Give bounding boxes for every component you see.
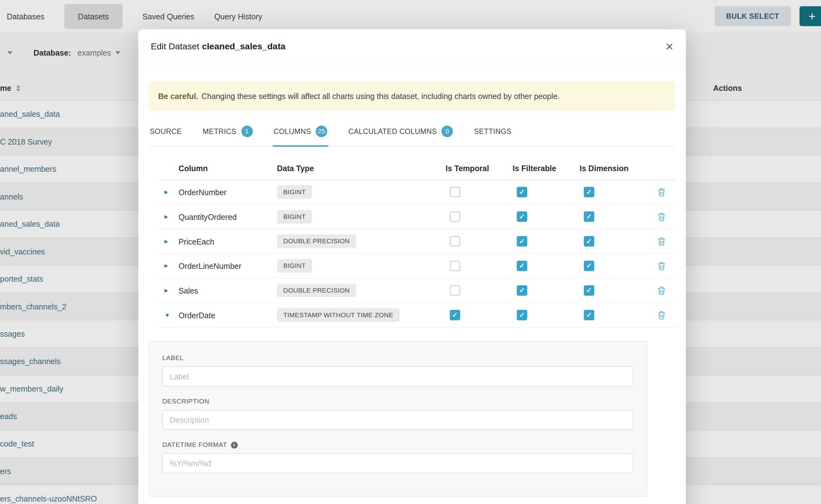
delete-column-button[interactable] [658, 286, 665, 295]
is-temporal-checkbox[interactable] [450, 310, 461, 320]
close-icon: × [665, 39, 673, 54]
trash-icon [658, 286, 665, 295]
data-type-pill: TIMESTAMP WITHOUT TIME ZONE [277, 308, 399, 322]
is-filterable-header: Is Filterable [513, 164, 580, 173]
is-filterable-checkbox[interactable] [517, 187, 527, 197]
tab-label: METRICS [203, 127, 236, 136]
tab-settings[interactable]: SETTINGS [473, 117, 513, 146]
columns-table-header: Column Data Type Is Temporal Is Filterab… [158, 157, 676, 180]
column-name: OrderDate [179, 311, 277, 319]
data-type-pill: DOUBLE PRECISION [277, 284, 356, 297]
expand-caret-icon[interactable] [158, 239, 178, 244]
is-filterable-checkbox[interactable] [517, 211, 527, 222]
warning-bold-text: Be careful. [158, 91, 198, 100]
warning-banner: Be careful. Changing these settings will… [149, 81, 675, 111]
column-row: OrderNumber BIGINT [158, 180, 676, 205]
expand-caret-icon[interactable] [158, 190, 178, 195]
description-field-label: DESCRIPTION [162, 398, 634, 405]
is-temporal-checkbox[interactable] [450, 211, 461, 222]
app-root: Databases Datasets Saved Queries Query H… [0, 0, 821, 504]
info-icon[interactable] [230, 442, 237, 448]
tab-label: SOURCE [150, 127, 181, 136]
column-detail-panel: LABEL DESCRIPTION DATETIME FORMAT [149, 341, 647, 497]
column-name: OrderNumber [179, 188, 277, 196]
is-temporal-checkbox[interactable] [450, 261, 461, 271]
column-row: Sales DOUBLE PRECISION [158, 279, 676, 303]
is-dimension-checkbox[interactable] [584, 211, 595, 222]
modal-body: Be careful. Changing these settings will… [138, 81, 686, 497]
trash-icon [658, 212, 665, 221]
is-filterable-checkbox[interactable] [517, 261, 527, 271]
is-dimension-checkbox[interactable] [584, 285, 595, 296]
label-input[interactable] [162, 366, 634, 386]
description-field: DESCRIPTION [162, 398, 634, 430]
datetime-format-input[interactable] [162, 453, 634, 473]
expand-caret-icon[interactable] [158, 288, 178, 293]
column-row: OrderDate TIMESTAMP WITHOUT TIME ZONE [158, 303, 676, 328]
delete-column-button[interactable] [658, 237, 665, 245]
label-field: LABEL [162, 354, 634, 386]
expand-caret-icon[interactable] [158, 214, 178, 219]
label-field-label: LABEL [162, 354, 634, 362]
tab-label: CALCULATED COLUMNS [348, 127, 437, 136]
trash-icon [658, 311, 665, 319]
is-filterable-checkbox[interactable] [517, 310, 527, 320]
tab-label: COLUMNS [274, 127, 311, 136]
datetime-format-field: DATETIME FORMAT [162, 441, 634, 473]
is-filterable-checkbox[interactable] [517, 236, 527, 247]
warning-body-text: Changing these settings will affect all … [201, 91, 560, 100]
tab-badge: 0 [442, 126, 453, 137]
column-row: OrderLineNumber BIGINT [158, 254, 676, 279]
close-button[interactable]: × [665, 40, 673, 53]
delete-column-button[interactable] [658, 311, 665, 319]
is-temporal-checkbox[interactable] [450, 187, 461, 197]
column-header: Column [179, 164, 277, 173]
is-filterable-checkbox[interactable] [517, 285, 527, 296]
tab-metrics[interactable]: METRICS 1 [201, 117, 254, 146]
is-temporal-header: Is Temporal [446, 164, 513, 173]
description-input[interactable] [162, 410, 634, 430]
tab-badge: 25 [316, 126, 327, 137]
is-dimension-checkbox[interactable] [584, 236, 595, 247]
datetime-format-label-text: DATETIME FORMAT [162, 441, 227, 448]
is-temporal-checkbox[interactable] [450, 236, 461, 247]
modal-title-prefix: Edit Dataset [151, 41, 199, 51]
edit-dataset-modal: Edit Datasetcleaned_sales_data × Be care… [138, 29, 686, 504]
trash-icon [658, 188, 665, 196]
delete-column-button[interactable] [658, 261, 665, 270]
data-type-pill: BIGINT [277, 210, 312, 224]
data-type-pill: DOUBLE PRECISION [277, 235, 356, 248]
is-dimension-checkbox[interactable] [584, 261, 595, 271]
tab-source[interactable]: SOURCE [149, 117, 183, 146]
expand-caret-icon[interactable] [158, 312, 178, 318]
modal-title: Edit Datasetcleaned_sales_data [151, 41, 285, 52]
tab-label: SETTINGS [474, 127, 512, 136]
column-name: OrderLineNumber [179, 261, 277, 270]
tab-badge: 1 [241, 126, 253, 137]
datetime-format-field-label: DATETIME FORMAT [162, 441, 634, 448]
tab-calculated-columns[interactable]: CALCULATED COLUMNS 0 [347, 117, 454, 146]
column-name: QuantityOrdered [179, 212, 277, 221]
tab-columns[interactable]: COLUMNS 25 [272, 117, 328, 146]
column-name: Sales [179, 286, 277, 295]
trash-icon [658, 237, 665, 245]
is-dimension-checkbox[interactable] [584, 187, 595, 197]
column-row: PriceEach DOUBLE PRECISION [158, 229, 676, 254]
data-type-pill: BIGINT [277, 185, 312, 199]
data-type-header: Data Type [277, 164, 446, 173]
is-dimension-header: Is Dimension [580, 164, 647, 173]
is-dimension-checkbox[interactable] [584, 310, 595, 320]
column-row: QuantityOrdered BIGINT [158, 205, 676, 229]
expand-caret-icon[interactable] [158, 264, 178, 268]
delete-column-button[interactable] [658, 188, 665, 196]
modal-dataset-name: cleaned_sales_data [202, 41, 285, 51]
is-temporal-checkbox[interactable] [450, 285, 461, 296]
trash-icon [658, 261, 665, 270]
delete-column-button[interactable] [658, 212, 665, 221]
data-type-pill: BIGINT [277, 259, 312, 273]
modal-header: Edit Datasetcleaned_sales_data × [138, 29, 686, 64]
column-name: PriceEach [179, 237, 277, 245]
columns-table: Column Data Type Is Temporal Is Filterab… [158, 157, 676, 328]
modal-tabs: SOURCE METRICS 1 COLUMNS 25 CALCULATED C… [149, 117, 675, 147]
